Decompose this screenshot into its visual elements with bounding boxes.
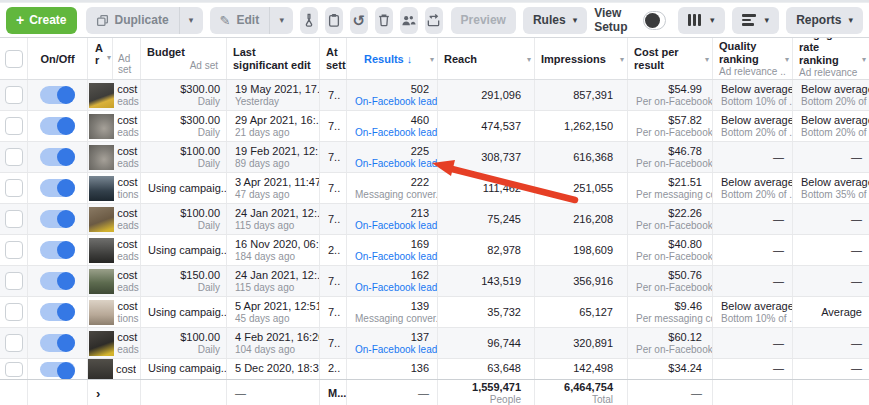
ad-name[interactable]: cost — [117, 238, 139, 251]
ad-toggle[interactable] — [40, 272, 75, 290]
ad-name[interactable]: cost — [116, 363, 136, 376]
last-edit-cell: 5 Apr 2021, 12:51 45 days ago — [227, 297, 320, 327]
header-cost-per-result[interactable]: Cost per result ▾ — [628, 38, 713, 79]
cost-cell: $34.24 — [628, 359, 713, 379]
ad-thumbnail[interactable] — [89, 145, 114, 170]
delete-button[interactable] — [375, 7, 393, 34]
ad-thumbnail[interactable] — [88, 359, 113, 379]
row-checkbox[interactable] — [5, 362, 23, 377]
sort-caret-icon[interactable]: ▾ — [705, 54, 709, 63]
results-link[interactable]: On-Facebook leads — [355, 251, 429, 263]
header-attribution[interactable]: At sett — [320, 38, 347, 79]
sort-caret-icon[interactable]: ▾ — [107, 52, 111, 64]
header-last-edit[interactable]: Last significant edit — [227, 38, 320, 79]
ad-thumbnail[interactable] — [89, 238, 114, 263]
row-checkbox[interactable] — [5, 241, 23, 259]
results-link[interactable]: On-Facebook leads — [355, 344, 429, 356]
ad-toggle[interactable] — [40, 241, 75, 259]
ad-toggle[interactable] — [40, 334, 75, 352]
results-link[interactable]: Messaging conver... — [355, 189, 429, 201]
header-engagement-ranking[interactable]: Engagement rate ranking Ad relevance .. … — [793, 38, 869, 79]
results-link[interactable]: On-Facebook leads — [355, 282, 429, 294]
ad-name[interactable]: cost — [117, 300, 138, 313]
row-checkbox[interactable] — [5, 303, 23, 321]
duplicate-button[interactable]: Duplicate — [86, 7, 179, 34]
expand-row-chevron[interactable]: › — [88, 380, 141, 405]
header-results[interactable]: Results ↓ ▾ — [347, 38, 438, 79]
row-checkbox[interactable] — [5, 117, 23, 135]
create-button[interactable]: + Create — [6, 7, 77, 34]
select-all-checkbox[interactable] — [5, 50, 23, 68]
results-value: 139 — [355, 300, 429, 313]
ab-test-button[interactable] — [300, 7, 318, 34]
row-checkbox[interactable] — [5, 86, 23, 104]
ad-toggle[interactable] — [40, 148, 75, 166]
header-impressions[interactable]: Impressions ▾ — [535, 38, 628, 79]
results-link[interactable]: On-Facebook leads — [355, 96, 429, 108]
export-button[interactable] — [425, 7, 443, 34]
ad-thumbnail[interactable] — [89, 300, 114, 325]
sort-caret-icon[interactable]: ▾ — [620, 54, 624, 63]
ad-name-header-title: A r ▾ — [88, 38, 113, 79]
ad-toggle[interactable] — [40, 117, 75, 135]
row-checkbox[interactable] — [5, 179, 23, 197]
ad-toggle[interactable] — [40, 86, 75, 104]
ad-name[interactable]: cost — [117, 269, 139, 282]
ad-thumbnail[interactable] — [89, 331, 114, 356]
edit-dropdown-caret[interactable]: ▾ — [269, 7, 293, 34]
results-link[interactable]: On-Facebook leads — [355, 127, 429, 139]
ad-thumbnail[interactable] — [89, 114, 114, 139]
edit-button[interactable]: ✎ Edit — [210, 7, 270, 34]
header-reach[interactable]: Reach ▾ — [438, 38, 535, 79]
header-budget[interactable]: Budget Ad set — [141, 38, 227, 79]
undo-button[interactable]: ↺ — [350, 7, 368, 34]
reports-button[interactable]: Reports ▾ — [786, 7, 863, 34]
ad-name[interactable]: cost — [117, 83, 139, 96]
columns-button[interactable]: ▾ — [678, 7, 725, 34]
ad-thumbnail[interactable] — [89, 269, 114, 294]
reach-value: 63,648 — [446, 362, 521, 375]
rules-button[interactable]: Rules ▾ — [523, 7, 587, 34]
edit-relative: 89 days ago — [235, 158, 311, 170]
row-checkbox[interactable] — [5, 148, 23, 166]
audience-button[interactable] — [400, 7, 418, 34]
ad-toggle[interactable] — [40, 179, 75, 197]
view-setup-toggle[interactable] — [643, 11, 666, 30]
results-link[interactable]: On-Facebook leads — [355, 158, 429, 170]
ad-name[interactable]: cost — [117, 145, 139, 158]
row-checkbox[interactable] — [5, 210, 23, 228]
sort-caret-icon[interactable]: ▾ — [862, 54, 866, 63]
sort-caret-icon[interactable]: ▾ — [430, 54, 434, 63]
impressions-cell: 198,609 — [535, 235, 628, 265]
ad-name[interactable]: cost — [117, 331, 139, 344]
ad-thumbnail[interactable] — [89, 83, 114, 108]
sort-caret-icon[interactable]: ▾ — [785, 54, 789, 63]
preview-button[interactable]: Preview — [451, 7, 516, 34]
header-quality-ranking[interactable]: Quality ranking Ad relevance .. ▾ — [713, 38, 793, 79]
totals-reach: 1,559,471 People — [438, 380, 535, 405]
clipboard-button[interactable] — [325, 7, 343, 34]
reach-cell: 35,732 — [438, 297, 535, 327]
ad-toggle[interactable] — [40, 362, 75, 377]
header-ad-name[interactable]: A r ▾ Ad set — [88, 38, 141, 79]
quality-value: Below average — [721, 300, 784, 313]
ad-thumbnail[interactable] — [89, 207, 114, 232]
ad-name[interactable]: cost — [117, 207, 139, 220]
ad-toggle[interactable] — [40, 303, 75, 321]
results-link[interactable]: Messaging conver... — [355, 313, 429, 325]
breakdown-button[interactable]: ▾ — [732, 7, 780, 34]
ad-thumbnail[interactable] — [89, 176, 114, 201]
results-link[interactable]: On-Facebook leads — [355, 220, 429, 232]
budget-cell: $100.00 Daily — [141, 328, 227, 358]
ad-name-sub: tions — [117, 189, 138, 201]
ad-name[interactable]: cost — [117, 176, 138, 189]
edit-relative: 47 days ago — [235, 189, 311, 201]
engagement-value: Below average — [801, 176, 862, 189]
ad-toggle[interactable] — [40, 210, 75, 228]
row-checkbox[interactable] — [5, 334, 23, 352]
attribution-value: 7.. — [328, 151, 338, 164]
row-checkbox[interactable] — [5, 272, 23, 290]
ad-name[interactable]: cost — [117, 114, 139, 127]
sort-caret-icon[interactable]: ▾ — [527, 54, 531, 63]
duplicate-dropdown-caret[interactable]: ▾ — [179, 7, 203, 34]
